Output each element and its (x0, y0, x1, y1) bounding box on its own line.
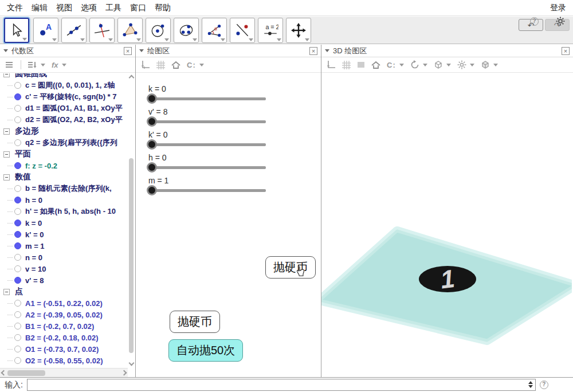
algebra-row[interactable]: c' = 平移(旋转(c, sgn(b) * 7 (0, 91, 128, 103)
panel-menu-triangle-icon[interactable] (325, 49, 329, 52)
rotate-view-icon[interactable] (410, 60, 419, 69)
graphics-3d-canvas[interactable]: 1 (321, 73, 573, 377)
slider-knob[interactable] (147, 93, 157, 104)
visibility-marker[interactable] (14, 231, 21, 238)
chevron-down-icon[interactable] (41, 64, 45, 66)
collapse-icon[interactable] (3, 128, 10, 135)
slider-knob[interactable] (147, 185, 157, 195)
sort-icon[interactable] (28, 61, 37, 69)
algebra-row[interactable]: B1 = (-0.2, 0.7, 0.02) (0, 320, 128, 332)
visibility-marker[interactable] (14, 105, 21, 112)
input-history-spinner-icon[interactable] (528, 381, 533, 388)
menu-item[interactable]: 帮助 (155, 3, 171, 13)
tool-reflection[interactable] (230, 18, 255, 43)
menu-item[interactable]: 选项 (81, 3, 97, 13)
grid-icon[interactable] (342, 61, 351, 69)
algebra-row[interactable]: c = 圆周((0, 0, 0.01), 1, z轴 (0, 80, 128, 91)
algebra-row[interactable]: 多边形 (0, 126, 128, 137)
scrollbar-thumb[interactable] (7, 370, 45, 376)
axes-icon[interactable] (327, 60, 336, 69)
slider-track[interactable] (148, 97, 266, 100)
close-icon[interactable]: × (124, 47, 132, 55)
visibility-marker[interactable] (14, 208, 21, 215)
scroll-up-icon[interactable] (129, 75, 135, 81)
visibility-marker[interactable] (14, 254, 21, 261)
scrollbar-thumb[interactable] (129, 158, 134, 353)
scroll-right-icon[interactable] (121, 370, 127, 376)
slider-track[interactable] (148, 120, 266, 123)
algebra-row[interactable]: A2 = (-0.39, 0.05, 0.02) (0, 309, 128, 320)
algebra-row[interactable]: O2 = (-0.58, 0.55, 0.02) (0, 355, 128, 366)
help-icon[interactable]: ? (530, 17, 539, 26)
algebra-row[interactable]: 点 (0, 286, 128, 297)
toss-coin-button[interactable]: 抛硬币 (170, 311, 220, 333)
tool-ellipse[interactable] (174, 18, 199, 43)
visibility-marker[interactable] (14, 346, 21, 352)
visibility-marker[interactable] (14, 82, 21, 89)
collapse-icon[interactable] (3, 73, 10, 77)
visibility-marker[interactable] (14, 197, 21, 203)
tool-perpendicular-line[interactable] (89, 18, 115, 43)
visibility-marker[interactable] (14, 357, 21, 364)
close-icon[interactable]: × (309, 47, 317, 55)
slider-knob[interactable] (147, 162, 157, 173)
slider-knob[interactable] (147, 116, 157, 127)
chevron-down-icon[interactable] (199, 64, 204, 66)
tool-angle[interactable]: α (202, 18, 227, 43)
scroll-down-icon[interactable] (129, 360, 135, 366)
plane-icon[interactable] (357, 61, 365, 69)
visibility-marker[interactable] (14, 277, 21, 284)
panel-menu-triangle-icon[interactable] (139, 49, 144, 52)
algebra-row[interactable]: v = 10 (0, 263, 128, 275)
algebra-row[interactable]: h = 0 (0, 194, 128, 206)
slider-track[interactable] (148, 189, 266, 192)
menu-item[interactable]: 文件 (7, 3, 23, 13)
algebra-row[interactable]: v' = 8 (0, 275, 128, 286)
algebra-row[interactable]: O1 = (-0.73, 0.7, 0.02) (0, 343, 128, 355)
auto-toss-50-button[interactable]: 自动抛50次 (168, 339, 243, 362)
slider-track[interactable] (148, 143, 266, 146)
lighting-icon[interactable] (457, 60, 466, 69)
collapse-icon[interactable] (3, 289, 10, 295)
visibility-marker[interactable] (14, 93, 21, 100)
algebra-row[interactable]: A1 = (-0.51, 0.22, 0.02) (0, 297, 128, 309)
algebra-row[interactable]: m = 1 (0, 240, 128, 252)
capture-point-label[interactable]: C: (387, 61, 396, 69)
chevron-down-icon[interactable] (470, 64, 474, 66)
chevron-down-icon[interactable] (493, 64, 498, 66)
menu-item[interactable]: 窗口 (130, 3, 146, 13)
algebra-row[interactable]: n = 0 (0, 252, 128, 263)
algebra-row[interactable]: q2 = 多边形(扁平列表({序列 (0, 137, 128, 148)
chevron-down-icon[interactable] (62, 64, 66, 66)
algebra-row[interactable]: d2 = 圆弧(O2, A2, B2, xOy平 (0, 114, 128, 126)
grid-icon[interactable] (156, 61, 165, 69)
chevron-down-icon[interactable] (446, 64, 451, 66)
slider-knob[interactable] (147, 139, 157, 150)
axes-icon[interactable] (141, 60, 150, 69)
tool-circle[interactable] (146, 18, 171, 43)
visibility-marker[interactable] (14, 334, 21, 341)
algebra-row[interactable]: h' = 如果(h 5, h, abs(h - 10 (0, 206, 128, 217)
gear-icon[interactable] (556, 17, 565, 26)
tool-point[interactable]: A (33, 18, 58, 43)
visibility-marker[interactable] (14, 116, 21, 123)
vertical-scrollbar[interactable] (128, 73, 135, 367)
tool-move[interactable] (4, 18, 29, 43)
home-icon[interactable] (171, 61, 180, 69)
auxiliary-objects-icon[interactable] (5, 61, 14, 69)
menu-item[interactable]: 工具 (105, 3, 121, 13)
function-style-icon[interactable]: fx (52, 61, 58, 69)
home-icon[interactable] (371, 61, 380, 69)
visibility-marker[interactable] (14, 185, 21, 192)
algebra-row[interactable]: 圆锥曲线 (0, 73, 128, 80)
algebra-row[interactable]: d1 = 圆弧(O1, A1, B1, xOy平 (0, 103, 128, 114)
tool-line[interactable] (61, 18, 87, 43)
tool-polygon[interactable] (117, 18, 143, 43)
visibility-marker[interactable] (14, 311, 21, 318)
algebra-row[interactable]: 数值 (0, 171, 128, 183)
close-icon[interactable]: × (562, 47, 570, 55)
tool-move-view[interactable] (286, 18, 311, 43)
tool-slider[interactable]: a = 2 (258, 18, 283, 43)
visibility-marker[interactable] (14, 139, 21, 146)
menu-item[interactable]: 编辑 (32, 3, 48, 13)
